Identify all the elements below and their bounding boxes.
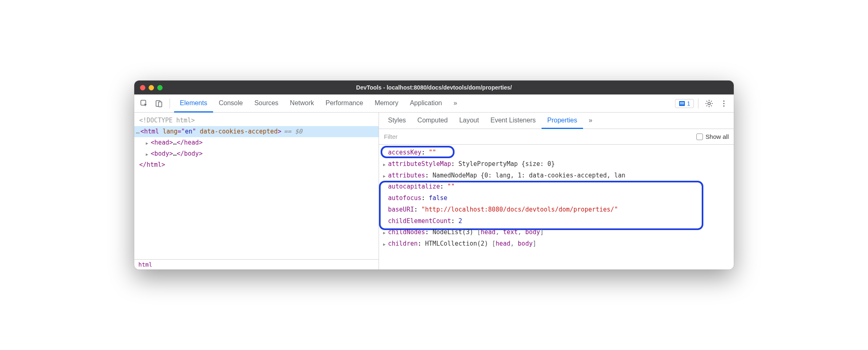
prop-row[interactable]: ▶attributeStyleMap: StylePropertyMap {si… [383, 159, 730, 170]
devtools-window: DevTools - localhost:8080/docs/devtools/… [134, 81, 734, 269]
main-toolbar: Elements Console Sources Network Perform… [134, 94, 734, 113]
zoom-window-button[interactable] [157, 85, 163, 90]
elements-panel: <!DOCTYPE html> …<html lang="en" data-co… [134, 113, 379, 269]
svg-point-9 [723, 105, 724, 106]
filter-input[interactable] [384, 133, 691, 140]
filter-row: Show all [379, 129, 734, 145]
tab-application[interactable]: Application [404, 95, 448, 113]
tab-computed[interactable]: Computed [412, 113, 454, 129]
window-titlebar: DevTools - localhost:8080/docs/devtools/… [134, 81, 734, 94]
tab-styles[interactable]: Styles [382, 113, 412, 129]
expand-icon[interactable]: ▶ [146, 151, 151, 158]
sidebar-panel: Styles Computed Layout Event Listeners P… [379, 113, 734, 269]
prop-row[interactable]: ▶children: HTMLCollection(2) [head, body… [383, 238, 730, 250]
prop-row[interactable]: autocapitalize: "" [383, 181, 730, 193]
tab-elements[interactable]: Elements [174, 95, 213, 113]
svg-point-8 [723, 103, 724, 104]
svg-rect-2 [158, 102, 162, 107]
tab-performance[interactable]: Performance [320, 95, 369, 113]
tree-row-body[interactable]: ▶<body>…</body> [134, 148, 379, 159]
tab-event-listeners[interactable]: Event Listeners [485, 113, 541, 129]
tab-network[interactable]: Network [284, 95, 320, 113]
tab-console[interactable]: Console [213, 95, 249, 113]
tree-row-html-close[interactable]: </html> [134, 159, 379, 170]
tab-properties[interactable]: Properties [542, 113, 583, 129]
issues-count: 1 [687, 100, 690, 107]
prop-row[interactable]: childElementCount: 2 [383, 216, 730, 227]
prop-row[interactable]: accessKey: "" [383, 147, 730, 159]
window-title: DevTools - localhost:8080/docs/devtools/… [134, 84, 734, 91]
more-sidetabs-icon[interactable]: » [583, 113, 598, 129]
properties-list[interactable]: accessKey: "" ▶attributeStyleMap: StyleP… [379, 145, 734, 269]
separator [698, 99, 698, 108]
dom-tree[interactable]: <!DOCTYPE html> …<html lang="en" data-co… [134, 113, 379, 259]
tab-sources[interactable]: Sources [248, 95, 284, 113]
svg-point-6 [708, 102, 710, 105]
device-toggle-icon[interactable] [152, 97, 165, 110]
svg-point-7 [723, 100, 724, 101]
traffic-lights [140, 85, 163, 90]
tree-row-head[interactable]: ▶<head>…</head> [134, 137, 379, 148]
prop-row[interactable]: ▶childNodes: NodeList(3) [head, text, bo… [383, 227, 730, 238]
close-window-button[interactable] [140, 85, 145, 90]
checkbox-icon[interactable] [696, 134, 703, 140]
expand-icon[interactable]: ▶ [383, 161, 388, 169]
tab-layout[interactable]: Layout [453, 113, 485, 129]
prop-row[interactable]: ▶attributes: NamedNodeMap {0: lang, 1: d… [383, 170, 730, 182]
minimize-window-button[interactable] [149, 85, 154, 90]
prop-row[interactable]: autofocus: false [383, 193, 730, 204]
svg-rect-4 [680, 102, 684, 103]
expand-icon[interactable]: ▶ [383, 229, 388, 237]
expand-icon[interactable]: ▶ [146, 140, 151, 147]
content-area: <!DOCTYPE html> …<html lang="en" data-co… [134, 113, 734, 269]
expand-icon[interactable]: ▶ [383, 173, 388, 180]
more-tabs-icon[interactable]: » [448, 95, 463, 113]
show-all-toggle[interactable]: Show all [696, 133, 729, 140]
sidebar-tabs: Styles Computed Layout Event Listeners P… [379, 113, 734, 129]
kebab-menu-icon[interactable] [717, 97, 730, 110]
tab-memory[interactable]: Memory [369, 95, 404, 113]
main-tabs: Elements Console Sources Network Perform… [174, 94, 463, 112]
tree-row-doctype[interactable]: <!DOCTYPE html> [134, 115, 379, 126]
svg-rect-5 [680, 104, 684, 104]
issues-badge[interactable]: 1 [675, 99, 694, 108]
expand-icon[interactable]: ▶ [383, 241, 388, 249]
tree-row-html-open[interactable]: …<html lang="en" data-cookies-accepted>=… [134, 126, 379, 137]
prop-row[interactable]: baseURI: "http://localhost:8080/docs/dev… [383, 204, 730, 216]
inspect-element-icon[interactable] [138, 97, 151, 110]
settings-icon[interactable] [703, 97, 716, 110]
breadcrumb[interactable]: html [134, 259, 379, 269]
separator [170, 99, 170, 108]
